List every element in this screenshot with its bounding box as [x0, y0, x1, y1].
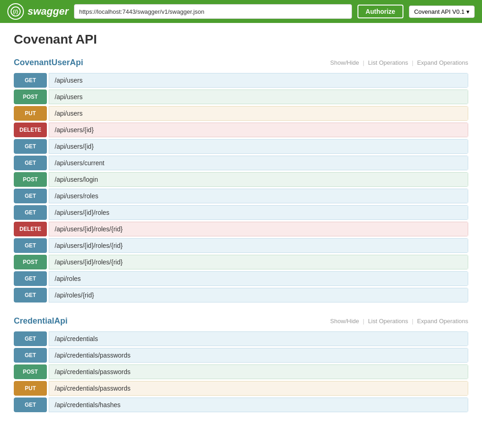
method-badge-delete: DELETE [14, 222, 47, 236]
method-badge-put: PUT [14, 381, 47, 396]
method-badge-delete: DELETE [14, 123, 47, 137]
main-content: Covenant API CovenantUserApiShow/Hide|Li… [0, 23, 482, 435]
operation-path: /api/users [49, 73, 468, 88]
api-url-input[interactable] [74, 4, 352, 19]
section-name-covenant-user-api[interactable]: CovenantUserApi [14, 58, 83, 67]
version-label: Covenant API V0.1 [414, 8, 465, 15]
divider: | [363, 318, 364, 325]
svg-text:{/}: {/} [13, 9, 18, 14]
method-badge-get: GET [14, 288, 47, 302]
operation-path: /api/users/{id}/roles/{rid} [49, 222, 468, 236]
section-name-credential-api[interactable]: CredentialApi [14, 316, 68, 326]
method-badge-put: PUT [14, 106, 47, 121]
table-row[interactable]: GET/api/users/current [14, 156, 468, 170]
operation-path: /api/users/login [49, 172, 468, 187]
logo-text: swagger [28, 6, 68, 17]
method-badge-get: GET [14, 205, 47, 220]
table-row[interactable]: DELETE/api/users/{id} [14, 123, 468, 137]
method-badge-get: GET [14, 156, 47, 170]
expand-operations-link-credential-api[interactable]: Expand Operations [417, 318, 468, 325]
method-badge-get: GET [14, 331, 47, 346]
logo: {/} swagger [7, 3, 68, 20]
divider: | [363, 59, 364, 66]
show-hide-link-covenant-user-api[interactable]: Show/Hide [330, 59, 359, 66]
operation-path: /api/users [49, 90, 468, 104]
table-row[interactable]: GET/api/roles/{rid} [14, 288, 468, 302]
table-row[interactable]: GET/api/users/roles [14, 189, 468, 203]
table-row[interactable]: GET/api/users/{id}/roles/{rid} [14, 238, 468, 253]
page-title: Covenant API [14, 32, 468, 47]
method-badge-get: GET [14, 348, 47, 363]
authorize-button[interactable]: Authorize [357, 5, 404, 18]
method-badge-get: GET [14, 398, 47, 412]
operation-path: /api/roles [49, 271, 468, 286]
divider: | [412, 59, 413, 66]
operation-path: /api/users/current [49, 156, 468, 170]
list-operations-link-covenant-user-api[interactable]: List Operations [368, 59, 408, 66]
table-row[interactable]: DELETE/api/users/{id}/roles/{rid} [14, 222, 468, 236]
section-controls-credential-api: Show/Hide|List Operations|Expand Operati… [330, 318, 468, 325]
method-badge-get: GET [14, 73, 47, 88]
version-selector[interactable]: Covenant API V0.1 ▾ [409, 6, 475, 18]
version-dropdown-icon: ▾ [466, 8, 470, 15]
operation-path: /api/users/{id} [49, 139, 468, 154]
api-sections: CovenantUserApiShow/Hide|List Operations… [14, 58, 468, 412]
operation-path: /api/users/{id} [49, 123, 468, 137]
swagger-logo-icon: {/} [7, 3, 24, 20]
method-badge-post: POST [14, 172, 47, 187]
method-badge-post: POST [14, 90, 47, 104]
table-row[interactable]: GET/api/credentials/passwords [14, 348, 468, 363]
section-header-covenant-user-api: CovenantUserApiShow/Hide|List Operations… [14, 58, 468, 69]
table-row[interactable]: POST/api/users/login [14, 172, 468, 187]
expand-operations-link-covenant-user-api[interactable]: Expand Operations [417, 59, 468, 66]
method-badge-get: GET [14, 189, 47, 203]
table-row[interactable]: GET/api/users/{id} [14, 139, 468, 154]
api-section-covenant-user-api: CovenantUserApiShow/Hide|List Operations… [14, 58, 468, 302]
operation-path: /api/users [49, 106, 468, 121]
method-badge-post: POST [14, 364, 47, 379]
table-row[interactable]: GET/api/users [14, 73, 468, 88]
show-hide-link-credential-api[interactable]: Show/Hide [330, 318, 359, 325]
section-header-credential-api: CredentialApiShow/Hide|List Operations|E… [14, 316, 468, 328]
list-operations-link-credential-api[interactable]: List Operations [368, 318, 408, 325]
section-controls-covenant-user-api: Show/Hide|List Operations|Expand Operati… [330, 59, 468, 66]
operation-path: /api/credentials/passwords [49, 364, 468, 379]
operation-path: /api/users/{id}/roles/{rid} [49, 238, 468, 253]
operation-path: /api/roles/{rid} [49, 288, 468, 302]
method-badge-get: GET [14, 139, 47, 154]
operation-path: /api/users/{id}/roles/{rid} [49, 255, 468, 269]
table-row[interactable]: GET/api/users/{id}/roles [14, 205, 468, 220]
method-badge-get: GET [14, 238, 47, 253]
table-row[interactable]: POST/api/users [14, 90, 468, 104]
operation-path: /api/credentials/passwords [49, 348, 468, 363]
table-row[interactable]: PUT/api/credentials/passwords [14, 381, 468, 396]
operation-path: /api/users/roles [49, 189, 468, 203]
divider: | [412, 318, 413, 325]
operation-path: /api/credentials/hashes [49, 398, 468, 412]
operation-path: /api/credentials [49, 331, 468, 346]
method-badge-get: GET [14, 271, 47, 286]
table-row[interactable]: POST/api/users/{id}/roles/{rid} [14, 255, 468, 269]
method-badge-post: POST [14, 255, 47, 269]
app-header: {/} swagger Authorize Covenant API V0.1 … [0, 0, 482, 23]
table-row[interactable]: GET/api/roles [14, 271, 468, 286]
operation-path: /api/credentials/passwords [49, 381, 468, 396]
api-section-credential-api: CredentialApiShow/Hide|List Operations|E… [14, 316, 468, 412]
table-row[interactable]: PUT/api/users [14, 106, 468, 121]
table-row[interactable]: GET/api/credentials [14, 331, 468, 346]
table-row[interactable]: GET/api/credentials/hashes [14, 398, 468, 412]
operation-path: /api/users/{id}/roles [49, 205, 468, 220]
table-row[interactable]: POST/api/credentials/passwords [14, 364, 468, 379]
